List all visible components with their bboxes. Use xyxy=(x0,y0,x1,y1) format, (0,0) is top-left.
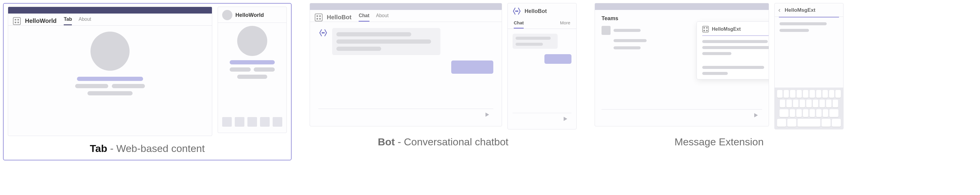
tab-group: HelloWorld Tab About xyxy=(3,3,291,160)
back-icon[interactable]: ‹ xyxy=(778,6,780,14)
app-name: HelloMsgExt xyxy=(784,7,815,13)
tab-tab[interactable]: Tab xyxy=(64,16,72,25)
content-line-accent xyxy=(230,60,275,64)
bot-bubble xyxy=(332,28,441,55)
tab-more[interactable]: More xyxy=(560,18,570,29)
message-composer[interactable] xyxy=(601,109,762,121)
channel-placeholder[interactable] xyxy=(614,39,647,42)
content-line xyxy=(780,22,827,25)
card-line xyxy=(702,40,768,43)
keyboard[interactable] xyxy=(775,88,843,129)
tab-chat[interactable]: Chat xyxy=(514,18,524,29)
msgext-group: Teams HelloMsgExt xyxy=(595,3,843,148)
caption-rest: - Conversational chatbot xyxy=(395,136,508,147)
content-line xyxy=(112,84,145,88)
send-icon[interactable] xyxy=(564,117,567,121)
bot-caption: Bot - Conversational chatbot xyxy=(378,136,509,148)
card-line xyxy=(702,72,728,75)
bot-icon xyxy=(512,6,522,16)
msgext-caption: Message Extension xyxy=(675,136,764,148)
caption-text: Message Extension xyxy=(675,136,764,147)
user-bubble xyxy=(451,61,493,74)
message-composer[interactable] xyxy=(318,109,493,120)
content-line xyxy=(237,75,267,79)
app-icon xyxy=(702,26,709,32)
content-line xyxy=(780,29,809,32)
bot-message xyxy=(318,28,493,55)
channel-placeholder[interactable] xyxy=(614,46,641,50)
app-icon xyxy=(13,17,21,25)
svg-point-1 xyxy=(323,32,325,34)
svg-point-2 xyxy=(515,11,517,12)
nav-item[interactable] xyxy=(222,117,232,127)
titlebar xyxy=(595,3,769,10)
msgext-desktop-window: Teams HelloMsgExt xyxy=(595,3,769,126)
bottom-nav xyxy=(222,113,282,127)
diagram-row: HelloWorld Tab About xyxy=(3,3,977,160)
content-line-accent xyxy=(77,77,143,81)
tab-chat[interactable]: Chat xyxy=(359,13,369,22)
caption-rest: - Web-based content xyxy=(107,143,205,154)
tab-content xyxy=(8,26,212,136)
content-line xyxy=(75,84,108,88)
app-name: HelloWorld xyxy=(235,12,264,18)
tab-about[interactable]: About xyxy=(376,13,389,22)
card-line xyxy=(702,46,769,49)
tab-desktop-window: HelloWorld Tab About xyxy=(8,6,212,136)
svg-point-0 xyxy=(322,32,323,34)
titlebar xyxy=(310,3,502,10)
bot-bubble xyxy=(512,34,558,49)
avatar-placeholder xyxy=(91,32,130,71)
svg-point-3 xyxy=(517,11,518,12)
nav-item[interactable] xyxy=(260,117,270,127)
bot-desktop-window: HelloBot Chat About xyxy=(310,3,502,126)
bot-icon xyxy=(318,28,328,38)
caption-strong: Bot xyxy=(378,136,395,147)
team-name-placeholder xyxy=(614,29,641,32)
avatar-icon xyxy=(222,10,232,20)
send-icon[interactable] xyxy=(485,113,489,117)
message-composer[interactable] xyxy=(512,113,571,124)
nav-item[interactable] xyxy=(273,117,282,127)
card-title: HelloMsgExt xyxy=(712,27,741,32)
msgext-card: HelloMsgExt xyxy=(697,21,769,80)
tab-about[interactable]: About xyxy=(78,16,91,25)
avatar-placeholder xyxy=(237,26,267,56)
content-line xyxy=(230,67,251,72)
tab-strip: Tab About xyxy=(64,16,91,25)
card-divider xyxy=(702,35,769,36)
card-line xyxy=(702,52,732,55)
user-bubble xyxy=(544,54,571,64)
content-line xyxy=(254,67,275,72)
app-icon xyxy=(315,14,323,21)
nav-item[interactable] xyxy=(247,117,257,127)
team-square-icon xyxy=(601,26,611,35)
send-icon[interactable] xyxy=(754,113,758,117)
chat-body xyxy=(310,22,502,126)
card-line xyxy=(702,66,764,69)
sidebar-title: Teams xyxy=(601,15,762,22)
app-name: HelloBot xyxy=(327,14,352,21)
content-line xyxy=(88,91,132,95)
bot-group: HelloBot Chat About xyxy=(310,3,577,148)
caption-strong: Tab xyxy=(90,143,107,154)
app-name: HelloWorld xyxy=(25,18,57,24)
msgext-mobile-window: ‹ HelloMsgExt xyxy=(775,3,843,129)
titlebar xyxy=(8,7,212,14)
bot-mobile-window: HelloBot Chat More xyxy=(508,3,577,129)
tab-caption: Tab - Web-based content xyxy=(90,143,205,154)
nav-item[interactable] xyxy=(235,117,244,127)
tab-mobile-window: HelloWorld xyxy=(218,6,287,133)
app-name: HelloBot xyxy=(525,8,547,14)
mobile-tab-strip: Chat More xyxy=(508,18,576,29)
